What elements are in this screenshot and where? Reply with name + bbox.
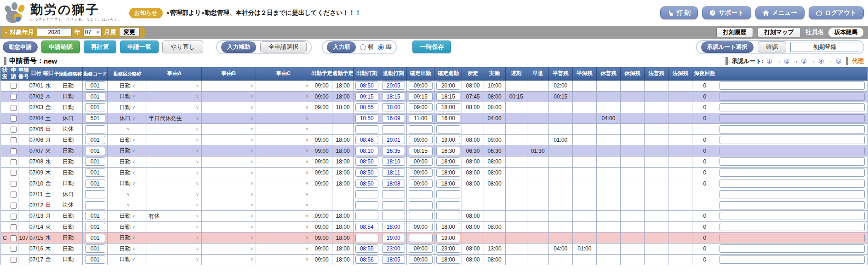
- fixed-out-input[interactable]: 19:00: [436, 136, 460, 144]
- request-checkbox[interactable]: [11, 105, 17, 111]
- fixed-in-input[interactable]: 09:15: [409, 93, 433, 101]
- fixed-in-input[interactable]: [409, 212, 433, 220]
- punch-out-input[interactable]: 18:15: [382, 93, 405, 101]
- fixed-out-input[interactable]: 16:00: [436, 114, 460, 122]
- undo-button[interactable]: やり直し: [162, 41, 203, 53]
- request-checkbox[interactable]: [11, 137, 17, 143]
- reason-a-select[interactable]: ∨: [147, 244, 201, 254]
- shift-code-input[interactable]: [85, 125, 105, 134]
- remark-input[interactable]: [720, 114, 865, 122]
- shift-division-select[interactable]: 日勤∨: [108, 168, 147, 178]
- reason-c-select[interactable]: ∨: [256, 232, 311, 243]
- remark-input[interactable]: [720, 244, 865, 253]
- punch-out-input[interactable]: 19:00: [382, 234, 405, 242]
- reason-b-select[interactable]: ∨: [202, 244, 256, 254]
- remark-input[interactable]: [720, 190, 865, 198]
- reason-a-select[interactable]: ∨: [147, 232, 201, 243]
- punch-out-input[interactable]: 16:35: [382, 147, 405, 155]
- fixed-in-input[interactable]: 09:00: [409, 180, 433, 188]
- reason-b-select[interactable]: ∨: [202, 178, 256, 189]
- reason-a-select[interactable]: ∨: [147, 178, 201, 189]
- request-checkbox[interactable]: [11, 257, 17, 263]
- remark-input[interactable]: [720, 81, 865, 90]
- fixed-out-input[interactable]: [436, 125, 460, 134]
- reason-a-select[interactable]: ∨: [147, 189, 201, 200]
- shift-division-select[interactable]: 休日∨: [108, 113, 147, 124]
- shift-division-select[interactable]: 日勤∨: [108, 232, 147, 243]
- fixed-out-input[interactable]: [436, 190, 460, 198]
- request-checkbox[interactable]: [11, 170, 17, 176]
- reason-b-select[interactable]: ∨: [202, 211, 256, 221]
- punch-out-input[interactable]: 18:05: [382, 256, 405, 264]
- reason-a-select[interactable]: ∨: [147, 255, 201, 265]
- remark-input[interactable]: [720, 223, 865, 231]
- request-checkbox[interactable]: [11, 235, 17, 241]
- request-checkbox[interactable]: [11, 192, 17, 197]
- shift-code-input[interactable]: [85, 201, 105, 209]
- punch-out-input[interactable]: 18:10: [382, 157, 405, 166]
- punch-in-input[interactable]: [355, 234, 378, 242]
- stamp-map-button[interactable]: 打刻マップ: [758, 28, 800, 37]
- shift-division-select[interactable]: 日勤∨: [108, 255, 147, 265]
- reason-b-select[interactable]: ∨: [202, 124, 256, 134]
- menu-button[interactable]: メニュー: [755, 6, 805, 19]
- request-checkbox[interactable]: [11, 94, 17, 100]
- shift-code-input[interactable]: 001: [85, 147, 105, 155]
- request-checkbox[interactable]: [11, 246, 17, 252]
- shift-code-input[interactable]: 001: [85, 136, 105, 144]
- fixed-in-input[interactable]: 09:00: [409, 244, 433, 253]
- shift-division-select[interactable]: 日勤∨: [108, 135, 147, 145]
- request-checkbox[interactable]: [11, 224, 17, 230]
- fixed-out-input[interactable]: 18:00: [436, 256, 460, 264]
- initial-register-button[interactable]: 初期登録: [790, 42, 859, 52]
- reason-c-select[interactable]: ∨: [256, 146, 311, 157]
- fixed-out-input[interactable]: [436, 201, 460, 209]
- punch-in-input[interactable]: 08:50: [355, 157, 378, 166]
- reason-b-select[interactable]: ∨: [202, 232, 256, 243]
- punch-out-input[interactable]: 18:00: [382, 223, 405, 231]
- reason-b-select[interactable]: ∨: [202, 189, 256, 200]
- fixed-in-input[interactable]: 09:00: [409, 103, 433, 111]
- reason-b-select[interactable]: ∨: [202, 200, 256, 211]
- change-button[interactable]: 変更: [119, 28, 140, 37]
- reason-a-select[interactable]: ∨: [147, 157, 201, 167]
- punch-in-input[interactable]: 08:50: [355, 180, 378, 188]
- punch-in-input[interactable]: 10:50: [355, 114, 378, 122]
- shift-division-select[interactable]: 日勤∨: [108, 157, 147, 167]
- punch-in-input[interactable]: [355, 190, 378, 198]
- fixed-in-input[interactable]: [409, 190, 433, 198]
- temp-save-button[interactable]: 一時保存: [412, 41, 451, 53]
- fixed-out-input[interactable]: 18:00: [436, 157, 460, 166]
- punch-out-input[interactable]: [382, 125, 405, 134]
- fixed-out-input[interactable]: [436, 212, 460, 220]
- punch-out-input[interactable]: 18:11: [382, 168, 405, 177]
- fixed-out-input[interactable]: 23:00: [436, 244, 460, 253]
- reason-b-select[interactable]: ∨: [202, 81, 256, 91]
- punch-in-input[interactable]: [355, 212, 378, 220]
- remark-input[interactable]: [720, 125, 865, 134]
- reason-a-select[interactable]: ∨: [147, 102, 201, 113]
- select-all-requests-button[interactable]: 全申請選択: [260, 41, 307, 52]
- shift-code-input[interactable]: 001: [85, 244, 105, 253]
- punch-out-input[interactable]: 20:05: [382, 81, 405, 90]
- input-assist-button[interactable]: 入力補助: [221, 41, 256, 53]
- reason-c-select[interactable]: ∨: [256, 244, 311, 254]
- shift-code-input[interactable]: 501: [85, 114, 105, 122]
- reason-c-select[interactable]: ∨: [256, 168, 311, 178]
- fixed-out-input[interactable]: 18:15: [436, 93, 460, 101]
- punch-in-input[interactable]: 08:48: [355, 136, 378, 144]
- fixed-out-input[interactable]: 16:30: [436, 147, 460, 155]
- reason-a-select[interactable]: ∨: [147, 222, 201, 232]
- punch-in-input[interactable]: 08:54: [355, 223, 378, 231]
- fixed-in-input[interactable]: [409, 234, 433, 242]
- proxy-button[interactable]: 代理: [852, 57, 864, 65]
- recalculate-button[interactable]: 再計算: [84, 41, 116, 53]
- shift-division-select[interactable]: 日勤∨: [108, 222, 147, 232]
- shift-code-input[interactable]: 001: [85, 81, 105, 90]
- fixed-out-input[interactable]: 18:00: [436, 180, 460, 188]
- reason-b-select[interactable]: ∨: [202, 135, 256, 145]
- shift-code-input[interactable]: 001: [85, 212, 105, 220]
- reason-b-select[interactable]: ∨: [202, 168, 256, 178]
- fixed-in-input[interactable]: 09:00: [409, 157, 433, 166]
- shift-code-input[interactable]: 001: [85, 93, 105, 101]
